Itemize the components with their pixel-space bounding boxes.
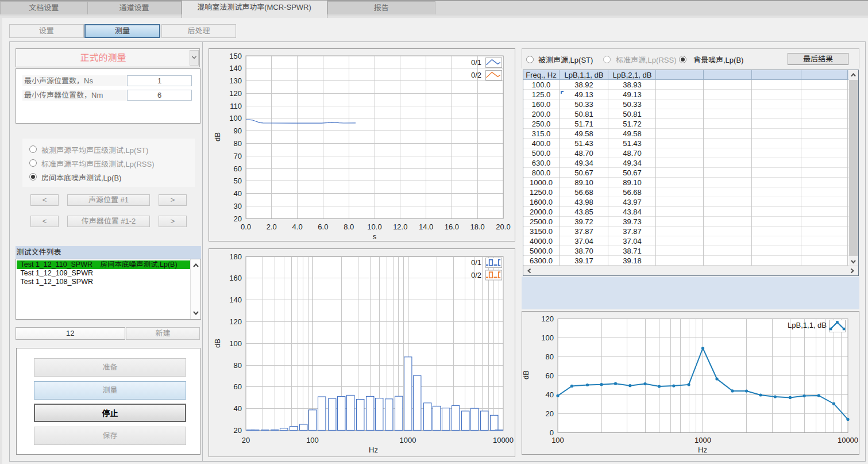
svg-text:110: 110 [230,102,242,110]
svg-text:0/1: 0/1 [471,58,481,67]
svg-text:10.0: 10.0 [367,223,381,231]
svg-text:80: 80 [546,352,554,361]
svg-text:140: 140 [229,64,242,72]
svg-text:130: 130 [229,76,242,85]
svg-text:100: 100 [551,436,564,444]
svg-text:20: 20 [242,436,250,444]
svg-text:40: 40 [234,404,242,413]
svg-text:120: 120 [229,317,242,326]
svg-text:Hz: Hz [369,446,378,454]
svg-text:10000: 10000 [493,436,514,444]
svg-text:6.0: 6.0 [318,223,328,231]
svg-text:140: 140 [229,296,242,304]
svg-text:50: 50 [234,177,242,185]
svg-text:40: 40 [546,390,554,399]
svg-text:20.0: 20.0 [496,223,510,231]
svg-text:90: 90 [234,126,242,135]
svg-text:60: 60 [234,164,242,173]
svg-text:8.0: 8.0 [344,223,354,231]
svg-text:70: 70 [234,152,242,160]
svg-text:14.0: 14.0 [419,223,433,231]
svg-text:60: 60 [234,382,242,391]
svg-text:180: 180 [229,252,242,261]
svg-text:80: 80 [234,139,242,148]
svg-text:0/2: 0/2 [471,71,481,79]
svg-text:18.0: 18.0 [470,223,485,231]
svg-text:0/2: 0/2 [471,271,481,279]
svg-text:s: s [373,232,377,241]
svg-text:150: 150 [229,52,242,60]
svg-text:0/1: 0/1 [471,258,481,267]
svg-text:100: 100 [229,114,242,122]
svg-text:60: 60 [546,371,554,380]
svg-text:120: 120 [229,89,242,98]
svg-text:LpB,1,1, dB: LpB,1,1, dB [788,321,827,329]
svg-text:20: 20 [234,214,242,223]
svg-text:20: 20 [546,409,554,418]
svg-text:Hz: Hz [698,446,707,454]
svg-text:0.0: 0.0 [241,223,251,231]
svg-text:80: 80 [234,361,242,370]
svg-text:dB: dB [213,339,222,348]
svg-text:2.0: 2.0 [267,223,277,231]
svg-text:40: 40 [234,189,242,198]
svg-text:10000: 10000 [838,436,858,444]
svg-text:1000: 1000 [400,436,416,444]
svg-text:dB: dB [213,132,222,141]
svg-text:120: 120 [541,315,554,323]
svg-text:dB: dB [522,370,530,379]
svg-text:4.0: 4.0 [292,223,303,231]
svg-text:20: 20 [234,426,242,435]
svg-text:100: 100 [306,436,319,444]
svg-text:1000: 1000 [695,436,711,444]
svg-text:12.0: 12.0 [393,223,407,231]
svg-text:30: 30 [234,202,242,210]
svg-text:16.0: 16.0 [445,223,459,231]
svg-text:100: 100 [541,333,554,342]
svg-text:160: 160 [229,274,242,282]
svg-text:100: 100 [229,339,242,348]
